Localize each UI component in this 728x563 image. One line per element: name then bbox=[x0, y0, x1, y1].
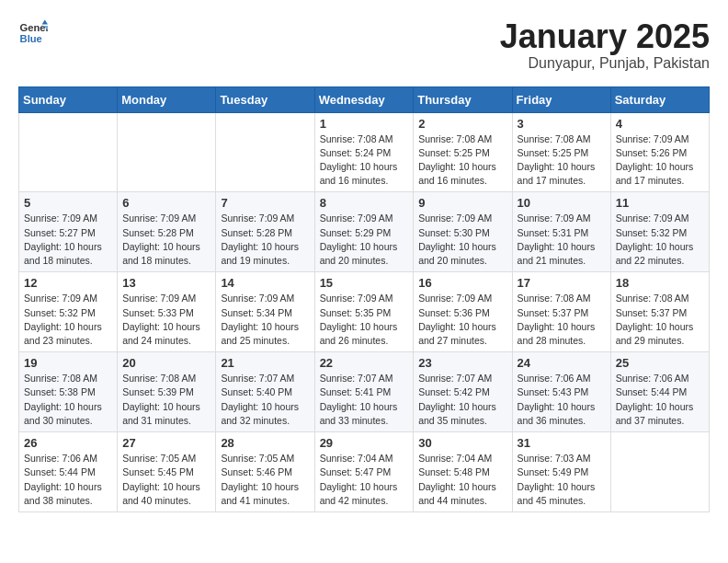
day-info: Sunrise: 7:09 AM Sunset: 5:28 PM Dayligh… bbox=[221, 212, 309, 268]
calendar-cell: 11Sunrise: 7:09 AM Sunset: 5:32 PM Dayli… bbox=[610, 192, 709, 272]
day-number: 30 bbox=[418, 436, 506, 450]
calendar-cell bbox=[118, 112, 216, 192]
calendar-subtitle: Dunyapur, Punjab, Pakistan bbox=[500, 55, 710, 72]
calendar-cell: 8Sunrise: 7:09 AM Sunset: 5:29 PM Daylig… bbox=[314, 192, 414, 272]
day-number: 4 bbox=[616, 117, 704, 131]
day-number: 17 bbox=[518, 276, 606, 290]
calendar-cell: 23Sunrise: 7:07 AM Sunset: 5:42 PM Dayli… bbox=[414, 352, 512, 432]
calendar-cell: 13Sunrise: 7:09 AM Sunset: 5:33 PM Dayli… bbox=[118, 272, 216, 352]
calendar-cell bbox=[19, 112, 118, 192]
calendar-week-row: 12Sunrise: 7:09 AM Sunset: 5:32 PM Dayli… bbox=[19, 272, 710, 352]
day-info: Sunrise: 7:09 AM Sunset: 5:32 PM Dayligh… bbox=[616, 212, 704, 268]
day-number: 22 bbox=[320, 356, 409, 370]
day-info: Sunrise: 7:07 AM Sunset: 5:41 PM Dayligh… bbox=[320, 372, 409, 428]
day-info: Sunrise: 7:05 AM Sunset: 5:45 PM Dayligh… bbox=[122, 452, 210, 508]
calendar-header-row: SundayMondayTuesdayWednesdayThursdayFrid… bbox=[19, 86, 710, 112]
day-number: 24 bbox=[518, 356, 606, 370]
day-number: 14 bbox=[221, 276, 309, 290]
calendar-cell: 29Sunrise: 7:04 AM Sunset: 5:47 PM Dayli… bbox=[314, 432, 414, 512]
calendar-cell: 27Sunrise: 7:05 AM Sunset: 5:45 PM Dayli… bbox=[118, 432, 216, 512]
calendar-cell: 10Sunrise: 7:09 AM Sunset: 5:31 PM Dayli… bbox=[512, 192, 610, 272]
day-number: 19 bbox=[24, 356, 112, 370]
day-number: 8 bbox=[320, 196, 409, 210]
day-info: Sunrise: 7:08 AM Sunset: 5:37 PM Dayligh… bbox=[616, 292, 704, 348]
calendar-cell: 18Sunrise: 7:08 AM Sunset: 5:37 PM Dayli… bbox=[610, 272, 709, 352]
svg-text:Blue: Blue bbox=[20, 33, 42, 44]
title-block: January 2025 Dunyapur, Punjab, Pakistan bbox=[500, 18, 710, 72]
day-info: Sunrise: 7:04 AM Sunset: 5:47 PM Dayligh… bbox=[320, 452, 409, 508]
calendar-cell: 30Sunrise: 7:04 AM Sunset: 5:48 PM Dayli… bbox=[414, 432, 512, 512]
weekday-header: Tuesday bbox=[216, 86, 314, 112]
day-info: Sunrise: 7:07 AM Sunset: 5:40 PM Dayligh… bbox=[221, 372, 309, 428]
calendar-cell: 4Sunrise: 7:09 AM Sunset: 5:26 PM Daylig… bbox=[610, 112, 709, 192]
calendar-cell: 26Sunrise: 7:06 AM Sunset: 5:44 PM Dayli… bbox=[19, 432, 118, 512]
day-info: Sunrise: 7:07 AM Sunset: 5:42 PM Dayligh… bbox=[418, 372, 506, 428]
calendar-cell bbox=[216, 112, 314, 192]
day-info: Sunrise: 7:09 AM Sunset: 5:28 PM Dayligh… bbox=[122, 212, 210, 268]
calendar-cell: 24Sunrise: 7:06 AM Sunset: 5:43 PM Dayli… bbox=[512, 352, 610, 432]
day-info: Sunrise: 7:06 AM Sunset: 5:44 PM Dayligh… bbox=[24, 452, 112, 508]
calendar-cell: 6Sunrise: 7:09 AM Sunset: 5:28 PM Daylig… bbox=[118, 192, 216, 272]
day-info: Sunrise: 7:05 AM Sunset: 5:46 PM Dayligh… bbox=[221, 452, 309, 508]
day-number: 10 bbox=[518, 196, 606, 210]
day-number: 13 bbox=[122, 276, 210, 290]
day-info: Sunrise: 7:09 AM Sunset: 5:35 PM Dayligh… bbox=[320, 292, 409, 348]
calendar-cell: 15Sunrise: 7:09 AM Sunset: 5:35 PM Dayli… bbox=[314, 272, 414, 352]
calendar-week-row: 1Sunrise: 7:08 AM Sunset: 5:24 PM Daylig… bbox=[19, 112, 710, 192]
day-number: 16 bbox=[418, 276, 506, 290]
day-info: Sunrise: 7:06 AM Sunset: 5:43 PM Dayligh… bbox=[518, 372, 606, 428]
calendar-cell: 19Sunrise: 7:08 AM Sunset: 5:38 PM Dayli… bbox=[19, 352, 118, 432]
weekday-header: Monday bbox=[118, 86, 216, 112]
logo-icon: General Blue bbox=[18, 18, 48, 48]
day-info: Sunrise: 7:09 AM Sunset: 5:32 PM Dayligh… bbox=[24, 292, 112, 348]
day-number: 27 bbox=[122, 436, 210, 450]
calendar-week-row: 19Sunrise: 7:08 AM Sunset: 5:38 PM Dayli… bbox=[19, 352, 710, 432]
day-number: 18 bbox=[616, 276, 704, 290]
day-number: 28 bbox=[221, 436, 309, 450]
day-info: Sunrise: 7:09 AM Sunset: 5:26 PM Dayligh… bbox=[616, 132, 704, 189]
weekday-header: Friday bbox=[512, 86, 610, 112]
day-info: Sunrise: 7:09 AM Sunset: 5:36 PM Dayligh… bbox=[418, 292, 506, 348]
day-info: Sunrise: 7:09 AM Sunset: 5:29 PM Dayligh… bbox=[320, 212, 409, 268]
calendar-cell bbox=[610, 432, 709, 512]
day-number: 25 bbox=[616, 356, 704, 370]
day-info: Sunrise: 7:08 AM Sunset: 5:38 PM Dayligh… bbox=[24, 372, 112, 428]
day-number: 5 bbox=[24, 196, 112, 210]
weekday-header: Thursday bbox=[414, 86, 512, 112]
calendar-cell: 25Sunrise: 7:06 AM Sunset: 5:44 PM Dayli… bbox=[610, 352, 709, 432]
day-info: Sunrise: 7:08 AM Sunset: 5:39 PM Dayligh… bbox=[122, 372, 210, 428]
day-info: Sunrise: 7:08 AM Sunset: 5:24 PM Dayligh… bbox=[320, 132, 409, 189]
day-info: Sunrise: 7:09 AM Sunset: 5:30 PM Dayligh… bbox=[418, 212, 506, 268]
day-number: 20 bbox=[122, 356, 210, 370]
calendar-cell: 7Sunrise: 7:09 AM Sunset: 5:28 PM Daylig… bbox=[216, 192, 314, 272]
day-info: Sunrise: 7:09 AM Sunset: 5:27 PM Dayligh… bbox=[24, 212, 112, 268]
calendar-cell: 16Sunrise: 7:09 AM Sunset: 5:36 PM Dayli… bbox=[414, 272, 512, 352]
day-number: 3 bbox=[518, 117, 606, 131]
calendar-cell: 20Sunrise: 7:08 AM Sunset: 5:39 PM Dayli… bbox=[118, 352, 216, 432]
day-number: 11 bbox=[616, 196, 704, 210]
calendar-cell: 22Sunrise: 7:07 AM Sunset: 5:41 PM Dayli… bbox=[314, 352, 414, 432]
calendar-week-row: 5Sunrise: 7:09 AM Sunset: 5:27 PM Daylig… bbox=[19, 192, 710, 272]
logo: General Blue bbox=[18, 18, 48, 48]
day-number: 2 bbox=[418, 117, 506, 131]
day-info: Sunrise: 7:06 AM Sunset: 5:44 PM Dayligh… bbox=[616, 372, 704, 428]
day-number: 7 bbox=[221, 196, 309, 210]
day-number: 1 bbox=[320, 117, 409, 131]
day-info: Sunrise: 7:08 AM Sunset: 5:25 PM Dayligh… bbox=[518, 132, 606, 189]
day-info: Sunrise: 7:08 AM Sunset: 5:25 PM Dayligh… bbox=[418, 132, 506, 189]
day-info: Sunrise: 7:03 AM Sunset: 5:49 PM Dayligh… bbox=[518, 452, 606, 508]
calendar-cell: 14Sunrise: 7:09 AM Sunset: 5:34 PM Dayli… bbox=[216, 272, 314, 352]
calendar-title: January 2025 bbox=[500, 18, 710, 55]
calendar-cell: 2Sunrise: 7:08 AM Sunset: 5:25 PM Daylig… bbox=[414, 112, 512, 192]
calendar-cell: 9Sunrise: 7:09 AM Sunset: 5:30 PM Daylig… bbox=[414, 192, 512, 272]
day-info: Sunrise: 7:09 AM Sunset: 5:31 PM Dayligh… bbox=[518, 212, 606, 268]
weekday-header: Saturday bbox=[610, 86, 709, 112]
weekday-header: Sunday bbox=[19, 86, 118, 112]
calendar-cell: 3Sunrise: 7:08 AM Sunset: 5:25 PM Daylig… bbox=[512, 112, 610, 192]
day-number: 21 bbox=[221, 356, 309, 370]
day-number: 26 bbox=[24, 436, 112, 450]
weekday-header: Wednesday bbox=[314, 86, 414, 112]
page-header: General Blue January 2025 Dunyapur, Punj… bbox=[18, 18, 710, 72]
day-number: 31 bbox=[518, 436, 606, 450]
calendar-cell: 1Sunrise: 7:08 AM Sunset: 5:24 PM Daylig… bbox=[314, 112, 414, 192]
